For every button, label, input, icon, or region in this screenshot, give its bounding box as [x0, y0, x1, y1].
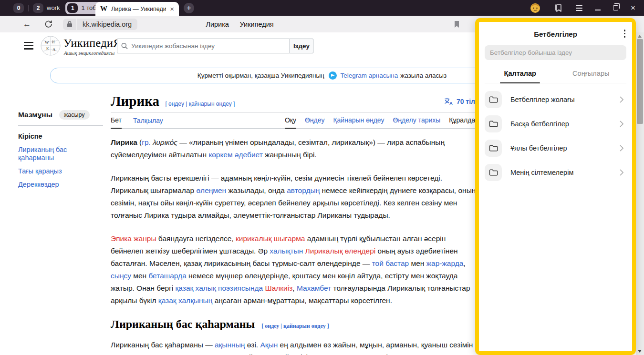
title-edit-links[interactable]: [ өңдеу | қайнарын өңдеу ] [165, 101, 235, 107]
restore-button[interactable] [613, 5, 618, 10]
scrollbar-thumb[interactable] [637, 39, 643, 124]
wikipedia-logo[interactable]: W И К A [40, 35, 61, 56]
paragraph-1: Лирика (гр. λυρικός — «лираның үнімен ор… [111, 136, 479, 161]
article-title: Лирика [111, 93, 159, 109]
tab-quraldar[interactable]: Құралдар [449, 116, 479, 128]
section-edit-links[interactable]: [ өңдеу | қайнарын өңдеу ] [261, 323, 329, 329]
folder-label: Басқа бетбелгілер [510, 120, 620, 128]
minimize-button[interactable] [595, 10, 601, 10]
page-scrollbar[interactable] [636, 32, 644, 355]
tab-group-work[interactable]: 2 work [33, 3, 60, 13]
profile-avatar[interactable] [530, 3, 540, 13]
bookmarks-tabs: Қалталар Соңғылары [485, 65, 626, 83]
svg-text:W: W [45, 40, 49, 45]
section-heading: Лириканың бас қаһарманы [ өңдеу | қайнар… [111, 318, 479, 332]
svg-text:И: И [52, 40, 55, 44]
wiki-wordmark[interactable]: УикипедиЯ [63, 37, 121, 50]
folder-row-mobile-bookmarks[interactable]: Ұялы бетбелгілер [485, 140, 626, 157]
tab-bar-divider [28, 5, 29, 11]
folder-icon [489, 120, 498, 128]
toc-item-derekkozder[interactable]: Дереккөздер [18, 181, 103, 189]
folder-label: Ұялы бетбелгілер [510, 144, 620, 152]
wiki-search-button[interactable]: Іздеу [290, 39, 313, 53]
toc-item-tagy-qaranyz[interactable]: Тағы қараңыз [18, 167, 103, 175]
wiki-menu-icon[interactable] [24, 42, 33, 50]
toc-title: Мазмұны [18, 111, 52, 119]
chevron-right-icon [620, 121, 623, 127]
wiki-tagline: Ашық энциклопедиясы [64, 50, 114, 56]
wiki-search-box[interactable] [117, 39, 290, 53]
folder-row-bookmarks-bar[interactable]: Бетбелгілер жолағы [485, 91, 626, 108]
tab-ondeu[interactable]: Өңдеу [305, 116, 324, 128]
window-controls: × [530, 0, 644, 16]
new-tab-button[interactable]: + [184, 3, 194, 13]
table-of-contents: Мазмұны жасыру Кіріспе Лириканың бас қаһ… [18, 110, 103, 189]
toc-hide-button[interactable]: жасыру [59, 110, 90, 120]
back-icon[interactable]: ← [23, 20, 31, 29]
work-group-label: work [47, 4, 60, 11]
tab-bar: 0 2 work 1 1 тобы W Лирика — Уикипедия ×… [0, 0, 644, 16]
lock-icon [67, 20, 73, 28]
tab-title: Лирика — Уикипедия [111, 6, 166, 12]
paragraph-4: Лириканың бас қаһарманы — ақынның өзі. А… [111, 339, 479, 355]
tab-group-zero[interactable]: 0 [13, 3, 24, 13]
article-body: Лирика (гр. λυρικός — «лираның үнімен ор… [111, 136, 479, 355]
wiki-search: Іздеу [117, 39, 313, 53]
browser-menu-icon[interactable] [576, 5, 582, 11]
tab-recent[interactable]: Соңғылары [556, 65, 627, 83]
wikipedia-favicon: W [100, 5, 107, 13]
bookmark-flag-icon[interactable] [454, 20, 460, 28]
reload-icon[interactable] [44, 20, 52, 28]
kebab-menu-icon[interactable] [624, 30, 626, 38]
active-group-count: 1 [67, 3, 78, 13]
work-group-count: 2 [33, 3, 43, 13]
folder-label: Бетбелгілер жолағы [510, 96, 620, 103]
folder-icon [489, 169, 498, 176]
site-security-chip[interactable] [63, 19, 76, 30]
section-heading-text: Лириканың бас қаһарманы [111, 318, 255, 330]
bookmarks-panel-title: Бетбелгілер [534, 30, 577, 38]
tab-close-icon[interactable]: × [170, 5, 174, 12]
browser-tab[interactable]: W Лирика — Уикипедия × [95, 2, 179, 16]
bookmarks-search[interactable] [485, 45, 626, 60]
close-window-button[interactable]: × [631, 4, 635, 12]
toc-item-bas-qaharmany[interactable]: Лириканың бас қаһарманы [18, 146, 103, 162]
tab-ondelu-tarihy[interactable]: Өңделу тарихы [393, 116, 440, 128]
browser-window: 0 2 work 1 1 тобы W Лирика — Уикипедия ×… [0, 0, 644, 355]
tab-talqylau[interactable]: Талқылау [133, 117, 163, 128]
chevron-right-icon [620, 145, 623, 152]
bookmarks-folder-list: Бетбелгілер жолағы Басқа бетбелгілер Ұял… [485, 91, 626, 181]
chevron-right-icon [620, 169, 623, 176]
language-switcher[interactable]: A 70 тіл [444, 97, 475, 105]
tab-folders[interactable]: Қалталар [485, 65, 556, 83]
folder-icon [489, 144, 498, 152]
scroll-up-arrow-icon[interactable] [638, 35, 642, 38]
svg-text:К: К [46, 47, 49, 51]
folder-row-my-links[interactable]: Менің сілтемелерім [485, 164, 626, 181]
bookmarks-search-input[interactable] [490, 49, 621, 56]
bookmarks-panel: Бетбелгілер Қалталар Соңғылары Бетбелгіл… [475, 18, 636, 355]
toc-item-kirispe[interactable]: Кіріспе [18, 132, 103, 141]
chevron-right-icon [620, 96, 623, 103]
scroll-down-arrow-icon[interactable] [638, 350, 642, 353]
tab-qainaryn-ondeu[interactable]: Қайнарын өңдеу [333, 116, 384, 128]
url-field[interactable]: kk.wikipedia.org [77, 19, 137, 30]
tab-bet[interactable]: Бет [111, 116, 122, 129]
folder-icon [489, 96, 498, 103]
language-count: 70 тіл [457, 98, 475, 105]
folder-row-other-bookmarks[interactable]: Басқа бетбелгілер [485, 115, 626, 132]
svg-text:A: A [449, 101, 453, 105]
paragraph-2: Лириканың басты ерекшелігі — адамның көң… [111, 172, 479, 222]
folder-label: Менің сілтемелерім [510, 169, 620, 176]
svg-text:A: A [52, 47, 56, 52]
wiki-search-input[interactable] [131, 42, 286, 50]
bookmarks-panel-icon[interactable] [553, 3, 563, 13]
tab-oqu[interactable]: Оқу [285, 116, 296, 129]
language-icon: A [444, 97, 454, 105]
paragraph-3: Эпика жанры баяндауға негізделсе, кирика… [111, 233, 479, 307]
article-tabs: Бет Талқылау Оқу Өңдеу Қайнарын өңдеу Өң… [111, 112, 479, 129]
search-icon [121, 42, 128, 50]
article: Лирика [ өңдеу | қайнарын өңдеу ] A 70 т… [111, 93, 479, 355]
